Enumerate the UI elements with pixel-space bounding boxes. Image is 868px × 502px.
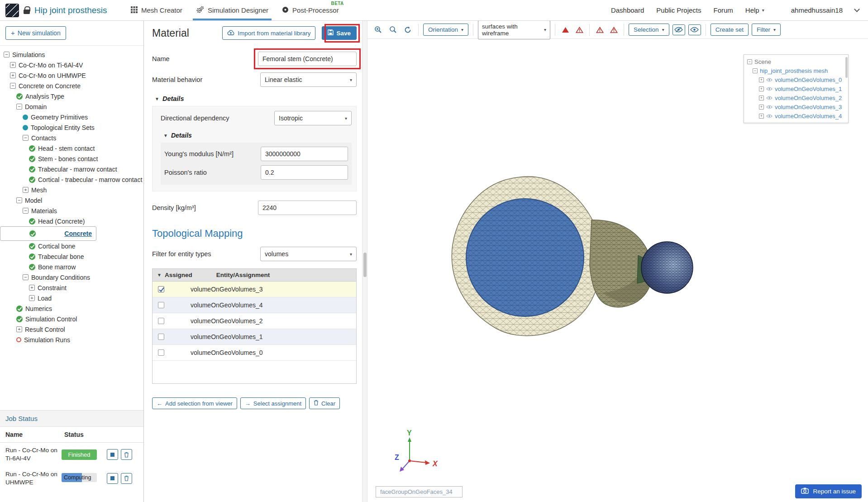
tree-item-stem-bones-contact[interactable]: Stem - bones contact [0,153,143,164]
tab-post-processor[interactable]: Post-Processor BETA [275,0,346,20]
assignment-row-volumeongeovolumes-0[interactable]: volumeOnGeoVolumes_0 [153,345,356,361]
import-material-library-button[interactable]: Import from material library [222,26,315,40]
expand-icon[interactable]: + [759,105,764,110]
tree-item-simulation-runs[interactable]: Simulation Runs [0,335,143,345]
tree-item-materials[interactable]: −Materials [0,206,143,216]
collapse-caret-icon[interactable]: ▼ [157,273,162,277]
new-simulation-button[interactable]: + New simulation [5,26,66,40]
scene-item-volumeongeovolumes-4[interactable]: +volumeOnGeoVolumes_4 [745,111,847,120]
details-section-header[interactable]: ▼ Details [155,95,357,102]
save-button[interactable]: Save [322,26,357,40]
nav-help-menu[interactable]: Help▾ [745,6,764,14]
zoom-in-button[interactable] [372,24,384,35]
tree-item-head-stem-contact[interactable]: Head - stem contact [0,143,143,153]
selection-dropdown[interactable]: Selection▾ [629,24,669,36]
zoom-fit-button[interactable] [387,24,399,35]
assignment-checkbox[interactable] [158,286,164,292]
expand-icon[interactable]: + [29,295,35,301]
scene-item-volumeongeovolumes-1[interactable]: +volumeOnGeoVolumes_1 [745,84,847,93]
assignment-checkbox[interactable] [158,302,164,308]
tree-item-co-cr-mo-on-ti-6al-4v[interactable]: +Co-Cr-Mo on Ti-6Al-4V [0,60,143,70]
scene-item-volumeongeovolumes-3[interactable]: +volumeOnGeoVolumes_3 [745,102,847,111]
tree-item-result-control[interactable]: +Result Control [0,324,143,335]
tree-item-simulation-control[interactable]: Simulation Control [0,314,143,324]
tree-item-concrete-on-concrete[interactable]: −Concrete on Concrete [0,81,143,91]
density-input[interactable] [258,201,357,215]
visibility-eye-icon[interactable] [766,105,773,109]
expand-icon[interactable]: + [29,285,35,291]
assignment-checkbox[interactable] [158,334,164,340]
scene-item-hip-joint-prosthesis-mesh[interactable]: −hip_joint_prosthesis mesh [745,66,847,75]
nav-forum[interactable]: Forum [714,6,733,14]
expand-icon[interactable]: + [759,114,764,119]
show-selection-button[interactable] [688,24,701,35]
select-assignment-button[interactable]: → Select assignment [240,397,306,409]
hide-selection-button[interactable] [672,24,685,35]
tree-item-concrete[interactable]: Concrete [0,226,96,241]
collapse-icon[interactable]: − [23,208,29,214]
collapse-icon[interactable]: − [753,68,758,73]
expand-icon[interactable]: + [23,187,29,193]
nav-dashboard[interactable]: Dashboard [611,6,644,14]
collapse-icon[interactable]: − [10,83,16,89]
create-set-button[interactable]: Create set [711,24,749,36]
material-behavior-select[interactable]: Linear elastic ▾ [260,72,357,87]
assignment-checkbox[interactable] [158,349,164,356]
tree-item-constraint[interactable]: +Constraint [0,282,143,293]
tree-item-geometry-primitives[interactable]: Geometry Primitives [0,112,143,122]
inner-details-header[interactable]: ▼ Details [163,132,352,139]
tree-item-co-cr-mo-on-uhmwpe[interactable]: +Co-Cr-Mo on UHMWPE [0,70,143,81]
report-issue-button[interactable]: Report an issue [795,484,862,498]
assignment-row-volumeongeovolumes-1[interactable]: volumeOnGeoVolumes_1 [153,329,356,345]
collapse-icon[interactable]: − [23,135,29,141]
visibility-eye-icon[interactable] [766,96,773,100]
tab-simulation-designer[interactable]: Simulation Designer [189,0,275,20]
tree-item-contacts[interactable]: −Contacts [0,133,143,143]
expand-icon[interactable]: + [16,326,22,332]
expand-icon[interactable]: + [759,96,764,100]
mesh-quality-triangle-button[interactable] [608,24,619,35]
delete-run-button[interactable] [121,473,132,484]
scene-item-scene[interactable]: −Scene [745,57,847,66]
tree-item-cortical-bone[interactable]: Cortical bone [0,241,143,251]
visibility-eye-icon[interactable] [766,114,773,118]
tab-mesh-creator[interactable]: Mesh Creator [124,0,189,20]
filter-dropdown[interactable]: Filter▾ [752,24,781,36]
visibility-eye-icon[interactable] [766,87,773,91]
tree-item-trabecular-bone[interactable]: Trabecular bone [0,251,143,262]
stop-run-button[interactable] [107,473,118,484]
tree-item-topological-entity-sets[interactable]: Topological Entity Sets [0,122,143,133]
mesh-quality-solid-triangle-button[interactable] [560,24,571,35]
collapse-icon[interactable]: − [4,52,10,57]
collapse-icon[interactable]: − [23,274,29,280]
entity-filter-select[interactable]: volumes ▾ [260,247,357,261]
visibility-eye-icon[interactable] [766,78,773,82]
add-selection-from-viewer-button[interactable]: ← Add selection from viewer [152,397,237,409]
assignment-row-volumeongeovolumes-4[interactable]: volumeOnGeoVolumes_4 [153,297,356,313]
expand-icon[interactable]: + [759,77,764,82]
tree-item-cortical-trabecular-marrow-contact[interactable]: Cortical - trabecular - marrow contact [0,174,143,185]
mesh-quality-triangle-button[interactable] [574,24,585,35]
tree-item-simulations[interactable]: −Simulations [0,49,143,60]
assignment-row-volumeongeovolumes-2[interactable]: volumeOnGeoVolumes_2 [153,313,356,329]
scrollbar-thumb[interactable] [363,253,367,277]
chevron-down-icon[interactable] [854,6,860,12]
collapse-icon[interactable]: − [16,104,22,110]
material-name-input[interactable] [258,52,357,66]
youngs-modulus-input[interactable] [261,147,348,161]
expand-icon[interactable]: + [759,86,764,91]
tree-item-analysis-type[interactable]: Analysis Type [0,91,143,101]
tree-item-numerics[interactable]: Numerics [0,303,143,314]
delete-run-button[interactable] [121,449,132,460]
nav-user-menu[interactable]: ahmedhussain18 [791,6,843,14]
directional-dependency-select[interactable]: Isotropic ▾ [274,111,352,125]
orientation-dropdown[interactable]: Orientation▾ [423,24,468,36]
scene-item-volumeongeovolumes-2[interactable]: +volumeOnGeoVolumes_2 [745,93,847,102]
tree-item-head-concrete[interactable]: Head (Concrete) [0,216,143,226]
tree-item-mesh[interactable]: +Mesh [0,185,143,195]
expand-icon[interactable]: + [10,62,16,68]
panel-scrollbar[interactable] [362,21,367,502]
assignment-checkbox[interactable] [158,318,164,324]
tree-item-load[interactable]: +Load [0,293,143,303]
clear-button[interactable]: Clear [309,397,340,409]
